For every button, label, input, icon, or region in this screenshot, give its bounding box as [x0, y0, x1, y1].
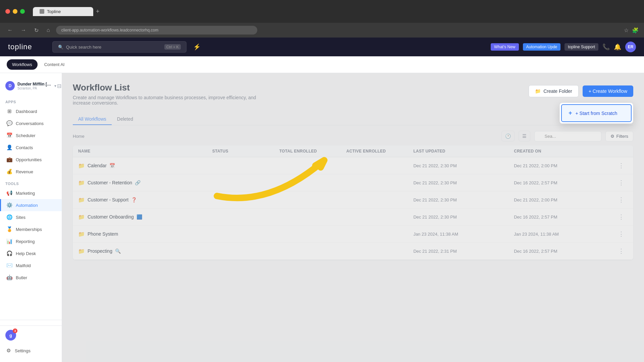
- filters-button[interactable]: ⚙ Filters: [605, 131, 633, 141]
- sidebar-item-settings[interactable]: ⚙ Settings: [0, 345, 62, 357]
- workflow-header: Workflow List Create and manage Workflow…: [73, 82, 633, 112]
- sidebar-item-reporting-label: Reporting: [16, 239, 35, 244]
- search-wrapper: 🔍: [534, 131, 601, 141]
- sidebar-item-automation-label: Automation: [16, 203, 38, 208]
- sidebar-item-sites[interactable]: 🌐 Sites: [0, 211, 62, 223]
- list-view-button[interactable]: ☰: [519, 131, 530, 141]
- sidebar-item-reporting[interactable]: 📊 Reporting: [0, 235, 62, 247]
- sidebar-item-butler[interactable]: 🤖 Butler: [0, 272, 62, 284]
- apps-section-label: Apps: [0, 99, 62, 105]
- new-tab-button[interactable]: +: [96, 8, 100, 15]
- sidebar-item-conversations[interactable]: 💬 Conversations: [0, 117, 62, 129]
- row-4-more-button[interactable]: ⋮: [614, 230, 628, 238]
- phone-icon[interactable]: 📞: [602, 43, 610, 51]
- sidebar-item-sites-label: Sites: [16, 215, 25, 220]
- col-active-enrolled: Active Enrolled: [346, 149, 414, 154]
- plus-icon: +: [569, 110, 572, 117]
- support-badge[interactable]: topline Support: [565, 43, 598, 51]
- sidebar-user[interactable]: g 3: [0, 325, 62, 345]
- company-info: Dunder Mifflin [D... Scranton, PA: [17, 82, 51, 90]
- sidebar-item-helpdesk-label: Help Desk: [16, 251, 36, 256]
- folder-icon: 📁: [78, 248, 85, 254]
- memberships-icon: 🏅: [6, 226, 12, 232]
- row-2-more-button[interactable]: ⋮: [614, 196, 628, 203]
- home-button[interactable]: ⌂: [45, 26, 52, 35]
- col-last-updated: Last Updated: [413, 149, 514, 154]
- page-description: Create and manage Workflows to automate …: [73, 95, 274, 106]
- sidebar-item-contacts[interactable]: 👤 Contacts: [0, 141, 62, 154]
- sidebar-item-conversations-label: Conversations: [16, 121, 44, 126]
- address-bar[interactable]: client-app.automation-workflows.leadconn…: [56, 26, 257, 35]
- sidebar-item-scheduler[interactable]: 📅 Scheduler: [0, 129, 62, 141]
- sidebar-item-marketing[interactable]: 📢 Marketing: [0, 187, 62, 199]
- sidebar-item-helpdesk[interactable]: 🎧 Help Desk: [0, 247, 62, 259]
- sidebar-item-opportunities-label: Opportunities: [16, 157, 42, 162]
- row-3-more-button[interactable]: ⋮: [614, 213, 628, 221]
- row-0-last-updated: Dec 21 2022, 2:30 PM: [413, 163, 514, 168]
- row-1-more-button[interactable]: ⋮: [614, 179, 628, 186]
- create-workflow-label: + Create Workflow: [589, 88, 627, 94]
- sub-header: Workflows Content AI: [0, 56, 644, 73]
- minimize-dot[interactable]: [13, 9, 17, 14]
- forward-button[interactable]: →: [19, 26, 28, 35]
- sidebar-item-revenue[interactable]: 💰 Revenue: [0, 166, 62, 178]
- sidebar-item-memberships[interactable]: 🏅 Memberships: [0, 223, 62, 235]
- extensions-button[interactable]: 🧩: [632, 27, 639, 34]
- sidebar-item-revenue-label: Revenue: [16, 169, 33, 174]
- row-0-name: 📁 Calendar 📅: [78, 163, 212, 169]
- support-label: topline Support: [568, 45, 595, 49]
- tab-content-ai[interactable]: Content AI: [39, 59, 70, 70]
- marketing-icon: 📢: [6, 190, 12, 196]
- row-0-more-button[interactable]: ⋮: [614, 162, 628, 169]
- window-controls: [5, 9, 25, 14]
- company-selector[interactable]: D Dunder Mifflin [D... Scranton, PA ▼: [5, 81, 57, 90]
- folder-icon: 📁: [78, 197, 85, 203]
- tab-content-ai-label: Content AI: [44, 62, 65, 67]
- mailfold-icon: ✉️: [6, 262, 12, 268]
- sidebar-item-dashboard[interactable]: ⊞ Dashboard: [0, 105, 62, 117]
- row-5-more-button[interactable]: ⋮: [614, 247, 628, 255]
- row-4-name-text: Phone System: [88, 231, 118, 237]
- bookmark-button[interactable]: ☆: [624, 27, 629, 34]
- row-3-name-text: Customer Onboarding: [88, 214, 134, 220]
- revenue-icon: 💰: [6, 169, 12, 175]
- start-from-scratch-option[interactable]: + + Start from Scratch: [561, 104, 632, 122]
- workflow-search-input[interactable]: [534, 131, 601, 141]
- whats-new-badge[interactable]: What's New: [491, 43, 519, 51]
- conversations-icon: 💬: [6, 120, 12, 126]
- sidebar-item-automation[interactable]: ⚙️ Automation: [0, 199, 62, 211]
- create-workflow-button[interactable]: + Create Workflow: [583, 85, 633, 97]
- bell-icon[interactable]: 🔔: [614, 43, 621, 51]
- close-dot[interactable]: [5, 9, 10, 14]
- dropdown-menu: + + Start from Scratch: [559, 103, 633, 124]
- clock-view-button[interactable]: 🕐: [501, 131, 515, 141]
- active-tab[interactable]: Topline: [33, 7, 93, 16]
- header-search[interactable]: 🔍 Quick search here Ctrl + K: [52, 41, 186, 53]
- back-button[interactable]: ←: [5, 26, 15, 35]
- tab-workflows[interactable]: Workflows: [7, 59, 38, 70]
- tab-all-workflows[interactable]: All Workflows: [73, 114, 112, 125]
- create-folder-button[interactable]: 📁 Create Folder: [529, 85, 579, 97]
- user-avatar[interactable]: ER: [625, 42, 636, 52]
- company-initials: D: [9, 83, 12, 88]
- tab-favicon: [40, 9, 44, 14]
- maximize-dot[interactable]: [20, 9, 25, 14]
- automation-update-label: Automation Upde: [526, 45, 557, 49]
- sidebar-item-opportunities[interactable]: 💼 Opportunities: [0, 154, 62, 166]
- sidebar: D Dunder Mifflin [D... Scranton, PA ▼ ⊟ …: [0, 73, 62, 362]
- sidebar-item-mailfold[interactable]: ✉️ Mailfold: [0, 259, 62, 272]
- sidebar-toggle-icon[interactable]: ⊟: [57, 83, 61, 89]
- row-1-last-updated: Dec 21 2022, 2:30 PM: [413, 180, 514, 185]
- table-toolbar: Home 🕐 ☰ 🔍 ⚙ Filters: [73, 131, 633, 141]
- automation-update-badge[interactable]: Automation Upde: [523, 43, 561, 51]
- page-title: Workflow List: [73, 82, 274, 93]
- lightning-icon[interactable]: ⚡: [193, 43, 201, 51]
- refresh-button[interactable]: ↻: [32, 26, 41, 35]
- notification-badge: 3: [13, 328, 17, 333]
- tab-deleted[interactable]: Deleted: [112, 114, 139, 125]
- folder-icon: 📁: [78, 231, 85, 237]
- table-row: 📁 Calendar 📅 Dec 21 2022, 2:30 PM Dec 21…: [73, 157, 633, 174]
- header-right: What's New Automation Upde topline Suppo…: [491, 42, 636, 52]
- sidebar-item-butler-label: Butler: [16, 275, 27, 280]
- butler-icon: 🤖: [6, 275, 12, 281]
